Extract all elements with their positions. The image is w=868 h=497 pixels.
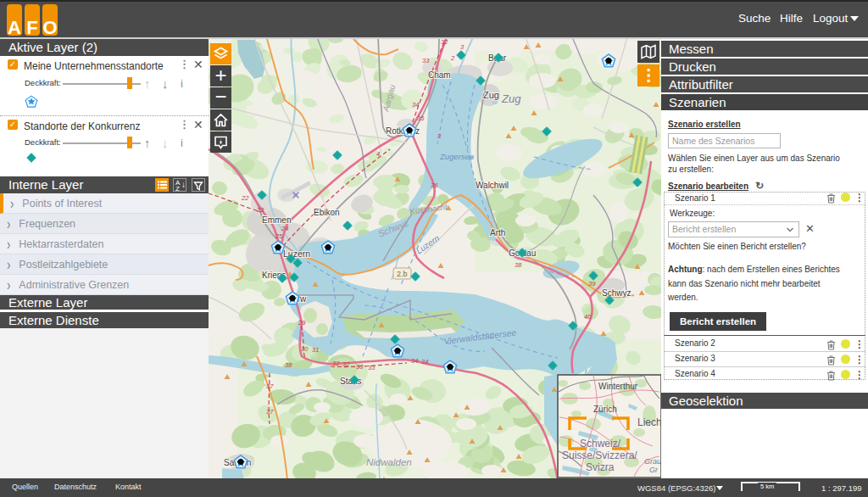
svg-text:25: 25: [275, 232, 283, 240]
svg-text:2.b: 2.b: [397, 270, 408, 278]
svg-text:37: 37: [266, 383, 274, 390]
svg-text:39: 39: [588, 280, 596, 288]
svg-text:34: 34: [412, 101, 419, 109]
svg-text:Liech: Liech: [637, 416, 662, 428]
svg-text:38: 38: [285, 361, 292, 369]
svg-text:Zugersee: Zugersee: [439, 152, 474, 161]
svg-text:Zug: Zug: [483, 90, 499, 100]
svg-text:Ebikon: Ebikon: [314, 208, 340, 217]
svg-text:37: 37: [266, 408, 274, 416]
svg-text:Zürich: Zürich: [593, 405, 617, 414]
svg-text:Emmen: Emmen: [262, 215, 291, 225]
svg-text:32: 32: [342, 360, 350, 368]
svg-text:Arth: Arth: [490, 228, 505, 237]
svg-text:32: 32: [441, 38, 448, 46]
svg-text:34: 34: [411, 357, 418, 365]
svg-text:Schwyz: Schwyz: [602, 288, 631, 298]
svg-text:33: 33: [356, 363, 364, 371]
svg-text:Grau: Grau: [644, 457, 661, 466]
svg-text:Walchwil: Walchwil: [476, 181, 509, 190]
svg-text:Cham: Cham: [428, 70, 451, 80]
svg-text:40: 40: [584, 313, 592, 321]
svg-text:35: 35: [417, 114, 425, 122]
svg-text:33: 33: [422, 57, 430, 64]
svg-text:2: 2: [450, 54, 455, 62]
svg-text:22: 22: [241, 194, 249, 202]
svg-text:Nidwalden: Nidwalden: [366, 457, 412, 467]
svg-text:Suisse/Svizzera/: Suisse/Svizzera/: [562, 450, 637, 461]
svg-text:Winterthur: Winterthur: [598, 382, 638, 391]
svg-text:4: 4: [376, 150, 380, 158]
svg-text:Zug: Zug: [501, 92, 521, 105]
svg-text:31: 31: [312, 346, 319, 354]
svg-text:38: 38: [515, 261, 522, 269]
svg-text:36: 36: [431, 181, 438, 189]
svg-text:24: 24: [281, 225, 288, 232]
svg-text:Gr: Gr: [649, 466, 659, 474]
svg-text:23: 23: [256, 206, 264, 214]
svg-text:Svizra: Svizra: [586, 461, 615, 473]
svg-text:29: 29: [298, 319, 306, 327]
svg-text:30: 30: [301, 345, 309, 353]
svg-text:33: 33: [368, 364, 376, 371]
svg-text:34: 34: [421, 358, 428, 366]
svg-text:32: 32: [332, 360, 340, 367]
